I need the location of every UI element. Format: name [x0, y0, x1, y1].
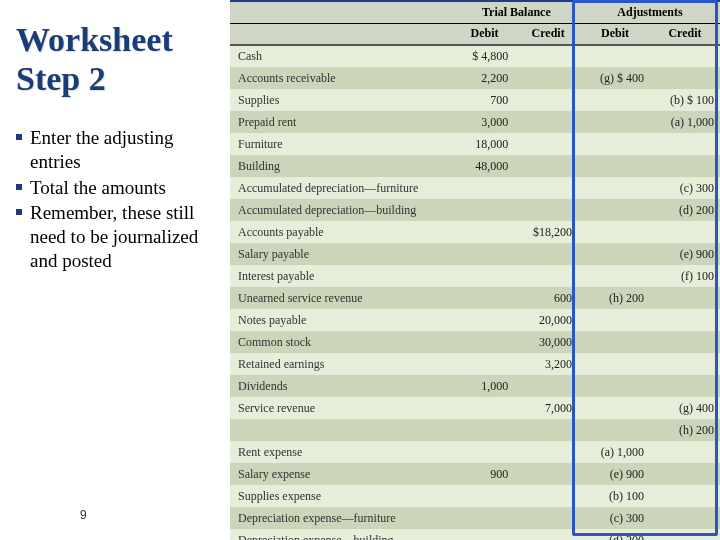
adj-credit-cell: (d) 200 [650, 199, 720, 221]
tb-debit-cell [453, 221, 517, 243]
table-row: Accounts payable$18,200 [230, 221, 720, 243]
account-name: Salary expense [230, 463, 453, 485]
table-row: Cash$ 4,800 [230, 45, 720, 67]
adj-credit-cell [650, 485, 720, 507]
table-row: Service revenue7,000(g) 400 [230, 397, 720, 419]
adj-credit-cell [650, 67, 720, 89]
adj-credit-cell [650, 155, 720, 177]
bullet-item: Remember, these still need to be journal… [16, 201, 218, 272]
header-adj-debit: Debit [580, 23, 650, 45]
adj-credit-cell [650, 375, 720, 397]
tb-credit-cell [516, 89, 580, 111]
adj-credit-cell [650, 45, 720, 67]
account-name: Service revenue [230, 397, 453, 419]
account-name: Supplies [230, 89, 453, 111]
title-line-1: Worksheet [16, 21, 173, 58]
adj-credit-cell: (h) 200 [650, 419, 720, 441]
table-row: Dividends1,000 [230, 375, 720, 397]
tb-debit-cell [453, 397, 517, 419]
tb-debit-cell [453, 243, 517, 265]
adj-debit-cell: (c) 300 [580, 507, 650, 529]
page-number: 9 [80, 508, 87, 522]
adj-credit-cell [650, 529, 720, 540]
account-name: Accumulated depreciation—furniture [230, 177, 453, 199]
adj-credit-cell [650, 221, 720, 243]
tb-debit-cell [453, 485, 517, 507]
header-blank [230, 1, 453, 23]
tb-debit-cell [453, 507, 517, 529]
adj-debit-cell: (a) 1,000 [580, 441, 650, 463]
slide-text-panel: Worksheet Step 2 Enter the adjusting ent… [0, 0, 230, 540]
table-row: Retained earnings3,200 [230, 353, 720, 375]
account-name: Depreciation expense—furniture [230, 507, 453, 529]
adj-credit-cell [650, 463, 720, 485]
adj-debit-cell [580, 309, 650, 331]
adj-debit-cell [580, 353, 650, 375]
table-row: Supplies700(b) $ 100 [230, 89, 720, 111]
table-row: Accumulated depreciation—furniture(c) 30… [230, 177, 720, 199]
account-name: Dividends [230, 375, 453, 397]
adj-credit-cell: (b) $ 100 [650, 89, 720, 111]
tb-debit-cell [453, 177, 517, 199]
tb-credit-cell: 30,000 [516, 331, 580, 353]
adj-credit-cell: (a) 1,000 [650, 111, 720, 133]
account-name: Prepaid rent [230, 111, 453, 133]
header-adjustments: Adjustments [580, 1, 720, 23]
slide-title: Worksheet Step 2 [16, 20, 218, 98]
bullet-item: Enter the adjusting entries [16, 126, 218, 174]
tb-credit-cell [516, 45, 580, 67]
worksheet-table-wrap: Trial Balance Adjustments Debit Credit D… [230, 0, 720, 540]
tb-credit-cell [516, 177, 580, 199]
tb-credit-cell: 20,000 [516, 309, 580, 331]
header-adj-credit: Credit [650, 23, 720, 45]
table-row: Accounts receivable2,200(g) $ 400 [230, 67, 720, 89]
adj-debit-cell [580, 375, 650, 397]
tb-debit-cell [453, 331, 517, 353]
table-row: Salary payable(e) 900 [230, 243, 720, 265]
adj-debit-cell: (e) 900 [580, 463, 650, 485]
tb-credit-cell: 600 [516, 287, 580, 309]
tb-debit-cell: 2,200 [453, 67, 517, 89]
bullet-item: Total the amounts [16, 176, 218, 200]
adj-credit-cell: (g) 400 [650, 397, 720, 419]
worksheet-table: Trial Balance Adjustments Debit Credit D… [230, 0, 720, 540]
account-name: Salary payable [230, 243, 453, 265]
account-name: Cash [230, 45, 453, 67]
adj-debit-cell [580, 45, 650, 67]
tb-credit-cell [516, 155, 580, 177]
account-name: Furniture [230, 133, 453, 155]
tb-debit-cell [453, 309, 517, 331]
adj-credit-cell [650, 309, 720, 331]
tb-debit-cell: $ 4,800 [453, 45, 517, 67]
table-row: Unearned service revenue600(h) 200 [230, 287, 720, 309]
tb-debit-cell [453, 287, 517, 309]
account-name: Rent expense [230, 441, 453, 463]
adj-debit-cell [580, 221, 650, 243]
adj-debit-cell [580, 331, 650, 353]
tb-credit-cell [516, 485, 580, 507]
account-name: Retained earnings [230, 353, 453, 375]
tb-debit-cell [453, 353, 517, 375]
tb-debit-cell: 1,000 [453, 375, 517, 397]
table-row: Furniture18,000 [230, 133, 720, 155]
tb-credit-cell [516, 529, 580, 540]
table-row: Interest payable(f) 100 [230, 265, 720, 287]
header-trial-balance: Trial Balance [453, 1, 580, 23]
table-row: Building48,000 [230, 155, 720, 177]
adj-credit-cell: (e) 900 [650, 243, 720, 265]
header-tb-credit: Credit [516, 23, 580, 45]
tb-credit-cell [516, 441, 580, 463]
adj-debit-cell [580, 265, 650, 287]
table-row: Rent expense(a) 1,000 [230, 441, 720, 463]
adj-debit-cell [580, 89, 650, 111]
tb-credit-cell: 7,000 [516, 397, 580, 419]
table-row: Salary expense900(e) 900 [230, 463, 720, 485]
adj-debit-cell [580, 155, 650, 177]
table-row: Accumulated depreciation—building(d) 200 [230, 199, 720, 221]
adj-credit-cell [650, 353, 720, 375]
tb-credit-cell [516, 111, 580, 133]
tb-credit-cell [516, 265, 580, 287]
adj-credit-cell [650, 441, 720, 463]
tb-credit-cell [516, 419, 580, 441]
adj-debit-cell: (g) $ 400 [580, 67, 650, 89]
